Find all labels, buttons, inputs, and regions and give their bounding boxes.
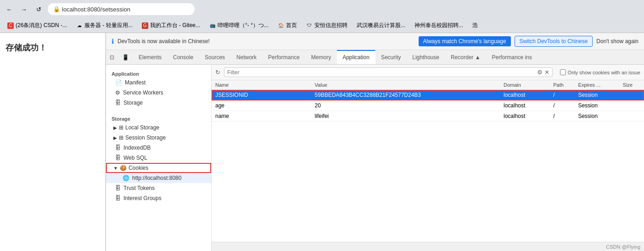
sidebar-item-trust-tokens[interactable]: 🗄 Trust Tokens xyxy=(106,183,211,193)
tab-memory[interactable]: Memory xyxy=(306,50,337,65)
localhost-cookies-label: http://localhost:8080 xyxy=(132,175,181,181)
tab-network[interactable]: Network xyxy=(231,50,263,65)
tab-security[interactable]: Security xyxy=(375,50,407,65)
cookie-table: Name Value Domain Path Expires ... Size xyxy=(212,80,644,242)
bookmark-server[interactable]: ☁ 服务器 - 轻量应用... xyxy=(73,21,136,30)
bookmark-anhe[interactable]: 🛡 安恒信息招聘 xyxy=(302,21,351,30)
match-language-button[interactable]: Always match Chrome's language xyxy=(419,36,511,46)
switch-chinese-button[interactable]: Switch DevTools to Chinese xyxy=(515,36,593,47)
address-icon: 🔒 xyxy=(53,6,60,12)
sidebar-item-storage-app[interactable]: 🗄 Storage xyxy=(106,98,211,108)
tab-icon-cursor[interactable]: ⊡ xyxy=(106,50,118,65)
table-header-row: Name Value Domain Path Expires ... Size xyxy=(212,80,644,90)
tab-recorder[interactable]: Recorder ▲ xyxy=(445,50,487,65)
success-message: 存储成功！ xyxy=(6,42,47,53)
home-icon: 🏠 xyxy=(278,22,284,29)
sidebar-item-localhost-cookies[interactable]: 🌐 http://localhost:8080 xyxy=(106,173,211,183)
bookmark-home[interactable]: 🏠 首页 xyxy=(274,21,301,30)
cookie-size-jsessionid xyxy=(619,90,644,100)
reload-button[interactable]: ↺ xyxy=(33,4,44,15)
sidebar-item-indexeddb[interactable]: 🗄 IndexedDB xyxy=(106,143,211,153)
tab-performance[interactable]: Performance xyxy=(263,50,306,65)
address-bar: ← → ↺ 🔒 localhost:8080/setsession xyxy=(0,0,644,18)
storage-section: Storage ▶ ⊞ Local Storage ▶ ⊞ Session St… xyxy=(106,113,211,203)
bookmark-hao[interactable]: 浩 xyxy=(469,21,482,30)
bookmark-server-label: 服务器 - 轻量应用... xyxy=(84,22,133,29)
footer-credit: CSDN @Flying xyxy=(606,244,640,250)
filter-input[interactable] xyxy=(227,69,534,76)
only-show-issues-checkbox[interactable] xyxy=(560,69,566,75)
tab-elements[interactable]: Elements xyxy=(133,50,168,65)
cookie-path-name: / xyxy=(549,111,574,122)
page-content: 存储成功！ xyxy=(0,33,106,251)
sidebar-item-interest-groups[interactable]: 🗄 Interest Groups xyxy=(106,193,211,203)
web-sql-label: Web SQL xyxy=(123,155,147,161)
bookmark-bilibili[interactable]: 📺 哔哩哔哩（°- °）つ... xyxy=(206,21,272,30)
cookie-name-jsessionid: JSESSIONID xyxy=(212,90,311,100)
cookies-label: Cookies xyxy=(129,165,148,171)
tab-sources[interactable]: Sources xyxy=(199,50,231,65)
filter-settings-icon[interactable]: ⚙ xyxy=(537,69,543,76)
anhe-icon: 🛡 xyxy=(306,22,313,29)
only-show-issues-wrap: Only show cookies with an issue xyxy=(560,69,640,75)
sidebar-item-cookies[interactable]: ▼ 🍪 Cookies xyxy=(106,163,211,173)
forward-button[interactable]: → xyxy=(18,4,29,15)
devtools-notification-bar: ℹ DevTools is now available in Chinese! … xyxy=(106,33,644,50)
bookmark-hao-label: 浩 xyxy=(472,22,478,29)
table-row[interactable]: age 20 localhost / Session xyxy=(212,100,644,111)
bookmark-shenzhu-label: 神州泰岳校园招聘... xyxy=(414,22,463,29)
cookie-size-age xyxy=(619,100,644,111)
interest-groups-label: Interest Groups xyxy=(123,195,162,201)
gitee-icon: G xyxy=(142,22,148,29)
devtools-panel: ℹ DevTools is now available in Chinese! … xyxy=(106,33,644,251)
cookie-domain-name: localhost xyxy=(500,111,549,122)
server-icon: ☁ xyxy=(76,22,83,29)
bilibili-icon: 📺 xyxy=(209,22,216,29)
local-storage-grid-icon: ⊞ xyxy=(119,124,123,131)
bookmark-wuhan-label: 武汉噢易云计算股... xyxy=(357,22,405,29)
bookmark-shenzhu[interactable]: 神州泰岳校园招聘... xyxy=(411,21,467,30)
trust-tokens-icon: 🗄 xyxy=(115,185,121,191)
sidebar-item-session-storage[interactable]: ▶ ⊞ Session Storage xyxy=(106,133,211,143)
sidebar-item-manifest[interactable]: 📄 Manifest xyxy=(106,78,211,88)
application-section-label: Application xyxy=(106,68,211,78)
sidebar-item-web-sql[interactable]: 🗄 Web SQL xyxy=(106,153,211,163)
bookmark-wuhan[interactable]: 武汉噢易云计算股... xyxy=(353,21,409,30)
storage-section-label: Storage xyxy=(106,113,211,123)
notification-icon: ℹ xyxy=(112,38,114,45)
indexeddb-icon: 🗄 xyxy=(115,145,121,151)
tab-console[interactable]: Console xyxy=(168,50,199,65)
header-expires: Expires ... xyxy=(574,80,619,90)
address-input[interactable]: 🔒 localhost:8080/setsession xyxy=(48,3,195,15)
manifest-label: Manifest xyxy=(125,79,146,86)
filter-clear-button[interactable]: ✕ xyxy=(544,69,549,76)
dont-show-again-button[interactable]: Don't show again xyxy=(596,38,638,45)
sidebar-item-service-workers[interactable]: ⚙ Service Workers xyxy=(106,88,211,98)
table-row[interactable]: JSESSIONID 59BBEDA843B4CC3288B21F24577D2… xyxy=(212,90,644,100)
cookie-path-jsessionid: / xyxy=(549,90,574,100)
table-row[interactable]: name lifeifei localhost / Session xyxy=(212,111,644,122)
storage-app-label: Storage xyxy=(123,100,143,106)
bookmark-bilibili-label: 哔哩哔哩（°- °）つ... xyxy=(218,22,269,29)
localhost-cookies-icon: 🌐 xyxy=(123,175,129,181)
refresh-button[interactable]: ↻ xyxy=(215,69,220,76)
bookmarks-bar: C (26条消息) CSDN -... ☁ 服务器 - 轻量应用... G 我的… xyxy=(0,18,644,33)
cookie-value-jsessionid: 59BBEDA843B4CC3288B21F24577D24B3 xyxy=(311,90,500,100)
bookmark-csdn-label: (26条消息) CSDN -... xyxy=(16,22,67,29)
back-button[interactable]: ← xyxy=(4,4,15,15)
session-expand-icon: ▶ xyxy=(113,135,117,140)
tab-performance-insights[interactable]: Performance ins xyxy=(487,50,538,65)
tab-icon-device[interactable]: 📱 xyxy=(118,50,133,65)
sidebar-item-local-storage[interactable]: ▶ ⊞ Local Storage xyxy=(106,123,211,133)
bookmark-csdn[interactable]: C (26条消息) CSDN -... xyxy=(4,21,71,30)
filter-bar: ↻ ⚙ ✕ Only show cookies with an issue xyxy=(212,65,644,80)
bookmark-gitee[interactable]: G 我的工作台 - Gitee... xyxy=(138,21,204,30)
cookie-size-name xyxy=(619,111,644,122)
cookie-expires-name: Session xyxy=(574,111,619,122)
cookie-domain-jsessionid: localhost xyxy=(500,90,549,100)
manifest-icon: 📄 xyxy=(115,79,122,86)
cookies-expand-icon: ▼ xyxy=(113,166,118,171)
cookie-expires-jsessionid: Session xyxy=(574,90,619,100)
tab-lighthouse[interactable]: Lighthouse xyxy=(407,50,445,65)
tab-application[interactable]: Application xyxy=(337,50,375,65)
